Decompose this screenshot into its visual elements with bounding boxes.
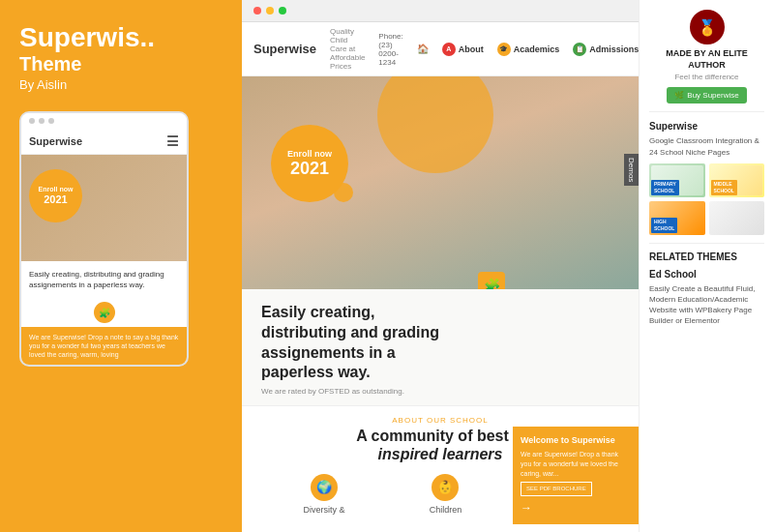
related-theme-name: Ed School	[649, 268, 764, 281]
welcome-overlay: Welcome to Superwise We are Superwise! D…	[513, 427, 639, 523]
author-title: MADE BY AN ELITE AUTHOR	[666, 48, 748, 71]
thumb-high[interactable]: HIGHSCHOOL	[649, 201, 705, 235]
theme-thumbnails: PRIMARYSCHOOL MIDDLESCHOOL HIGHSCHOOL	[649, 163, 764, 235]
see-pdf-button[interactable]: SEE PDF BROCHURE	[521, 482, 592, 495]
mobile-icon-row: 🧩	[21, 298, 187, 327]
mobile-content-text: Easily creating, distributing and gradin…	[21, 261, 187, 298]
theme-author: By Aislin	[19, 77, 223, 92]
mobile-top-bar	[21, 113, 187, 129]
sidebar-right: 🏅 MADE BY AN ELITE AUTHOR Feel the diffe…	[639, 0, 774, 532]
mobile-puzzle-icon: 🧩	[94, 302, 115, 323]
admissions-icon: 📋	[573, 43, 586, 56]
mobile-dot-3	[48, 118, 54, 124]
related-theme-card: Ed School Easily Create a Beautiful Flui…	[649, 268, 764, 327]
about-icon: A	[442, 43, 456, 56]
buy-btn-label: Buy Superwise	[687, 91, 738, 100]
hero-subtext: We are rated by OFSTED as outstanding.	[261, 387, 619, 396]
content-main: Easily creating, distributing and gradin…	[242, 289, 639, 532]
enroll-year: 2021	[290, 159, 329, 179]
children-icon: 👶	[432, 474, 459, 501]
author-sub: Feel the difference	[674, 73, 738, 81]
related-themes-title: RELATED THEMES	[649, 251, 764, 262]
enroll-badge: Enroll now 2021	[271, 125, 348, 202]
middle-school-label: MIDDLESCHOOL	[711, 180, 737, 195]
nav-admissions-label: Admissions	[589, 44, 639, 54]
browser-mockup: Superwise Quality Child Care at Affordab…	[242, 0, 639, 532]
hero-heading: Easily creating, distributing and gradin…	[261, 303, 455, 383]
mobile-enroll-label: Enroll now	[39, 186, 74, 193]
author-badge: 🏅 MADE BY AN ELITE AUTHOR Feel the diffe…	[649, 10, 764, 112]
nav-about[interactable]: A About	[442, 43, 484, 56]
puzzle-icon: 🧩	[478, 272, 505, 289]
browser-dot-maximize[interactable]	[279, 7, 286, 15]
about-title-line2: inspired learners	[378, 446, 503, 462]
related-themes-section: RELATED THEMES Ed School Easily Create a…	[649, 244, 764, 327]
buy-button[interactable]: 🌿 Buy Superwise	[667, 87, 746, 103]
card-children: 👶 Children	[430, 474, 462, 515]
browser-hero: Enroll now 2021 Demos 🧩	[242, 76, 639, 289]
browser-dot-minimize[interactable]	[266, 7, 274, 15]
thumb-middle[interactable]: MIDDLESCHOOL	[709, 163, 765, 197]
thumb-primary[interactable]: PRIMARYSCHOOL	[649, 163, 705, 197]
mobile-dot-1	[29, 118, 35, 124]
mobile-enroll-year: 2021	[44, 193, 67, 206]
card-children-label: Children	[430, 505, 462, 515]
card-diversity-label: Diversity &	[304, 505, 345, 515]
mobile-logo: Superwise	[29, 135, 82, 147]
sidebar-theme-info: Superwise Google Classroom Integration &…	[649, 112, 764, 243]
welcome-body: We are Superwise! Drop a thank you for a…	[521, 450, 631, 478]
browser-dot-close[interactable]	[253, 7, 261, 15]
mobile-mockup: Superwise ☰ Enroll now 2021 Easily creat…	[19, 111, 189, 368]
primary-school-label: PRIMARYSCHOOL	[651, 180, 679, 195]
hero-text-section: Easily creating, distributing and gradin…	[242, 289, 639, 406]
medal-icon: 🏅	[690, 10, 725, 44]
author-line2: AUTHOR	[666, 60, 748, 72]
mobile-nav: Superwise ☰	[21, 129, 187, 155]
site-logo: Superwise	[253, 42, 316, 56]
author-line1: MADE BY AN ELITE	[666, 48, 748, 60]
sidebar-theme-desc: Google Classroom Integration & 24 School…	[649, 135, 764, 157]
welcome-wrapper: About our School A community of best & i…	[242, 406, 639, 523]
nav-academics[interactable]: 🎓 Academics	[497, 43, 560, 56]
mobile-footer: We are Superwise! Drop a note to say a b…	[21, 327, 187, 365]
about-title-line1: A community of best &	[356, 428, 524, 444]
site-phone: Phone: (23) 0200-1234	[378, 32, 402, 67]
theme-title: Superwis..	[19, 23, 223, 53]
about-label: About our School	[261, 416, 619, 425]
sidebar-theme-name: Superwise	[649, 120, 764, 133]
mobile-dot-2	[39, 118, 45, 124]
browser-content: Easily creating, distributing and gradin…	[242, 289, 639, 532]
home-icon[interactable]: 🏠	[417, 44, 429, 54]
enroll-label: Enroll now	[287, 149, 332, 159]
theme-title-group: Superwis.. Theme By Aislin	[19, 23, 223, 92]
demos-tab[interactable]: Demos	[624, 154, 639, 186]
academics-icon: 🎓	[497, 43, 511, 56]
nav-about-label: About	[459, 44, 484, 54]
left-panel: Superwis.. Theme By Aislin Superwise ☰ E…	[0, 0, 242, 532]
mobile-enroll-badge: Enroll now 2021	[29, 169, 82, 222]
mobile-hero: Enroll now 2021	[21, 155, 187, 261]
browser-top-bar	[242, 0, 639, 22]
welcome-heading: Welcome to Superwise	[521, 434, 631, 447]
card-diversity: 🌍 Diversity &	[304, 474, 345, 515]
leaf-icon: 🌿	[674, 91, 684, 100]
site-tagline: Quality Child Care at Affordable Prices	[330, 27, 365, 71]
hero-wrapper: Enroll now 2021 Demos 🧩	[242, 76, 639, 289]
diversity-icon: 🌍	[311, 474, 338, 501]
browser-nav: Superwise Quality Child Care at Affordab…	[242, 22, 639, 76]
right-panel: Superwise Quality Child Care at Affordab…	[242, 0, 774, 532]
nav-academics-label: Academics	[514, 44, 560, 54]
thumb-extra[interactable]	[709, 201, 765, 235]
hamburger-icon[interactable]: ☰	[166, 133, 179, 149]
nav-admissions[interactable]: 📋 Admissions	[573, 43, 639, 56]
high-school-label: HIGHSCHOOL	[651, 218, 677, 233]
theme-subtitle: Theme	[19, 53, 223, 75]
related-theme-desc: Easily Create a Beautiful Fluid, Modern …	[649, 283, 764, 327]
